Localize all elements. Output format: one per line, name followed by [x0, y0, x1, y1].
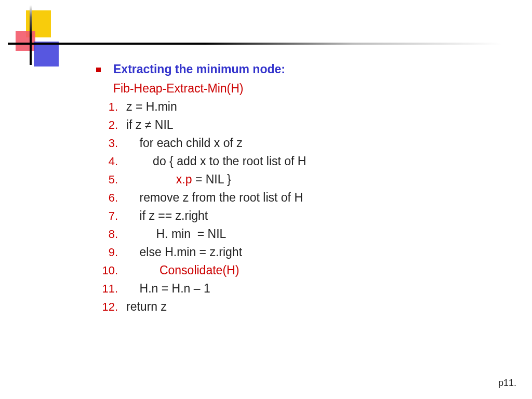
- subheading: Fib-Heap-Extract-Min(H): [113, 82, 460, 96]
- code-text: H. min = NIL: [126, 227, 226, 241]
- code-line-12: 12. return z: [96, 300, 460, 314]
- code-text: H.n = H.n – 1: [126, 282, 210, 296]
- seg: [126, 172, 176, 186]
- lineno: 7.: [96, 209, 126, 223]
- page-number: p11.: [498, 378, 516, 389]
- lineno: 3.: [96, 137, 126, 150]
- bullet-square-icon: [96, 68, 101, 72]
- code-text: else H.min = z.right: [126, 245, 242, 259]
- xp-keyword: x.p: [176, 172, 192, 186]
- code-line-2: 2. if z ≠ NIL: [96, 118, 460, 132]
- lineno: 2.: [96, 118, 126, 132]
- lineno: 10.: [96, 264, 126, 277]
- code-line-9: 9. else H.min = z.right: [96, 245, 460, 259]
- code-line-1: 1. z = H.min: [96, 100, 460, 114]
- code-line-10: 10. Consolidate(H): [96, 263, 460, 277]
- vertical-divider: [30, 5, 32, 65]
- lineno: 11.: [96, 282, 126, 296]
- code-text: x.p = NIL }: [126, 172, 231, 187]
- code-line-11: 11. H.n = H.n – 1: [96, 282, 460, 296]
- seg: NIL: [151, 118, 173, 131]
- lineno: 5.: [96, 173, 126, 187]
- slide-logo: [16, 10, 68, 68]
- seg: if z: [126, 118, 145, 131]
- code-line-8: 8. H. min = NIL: [96, 227, 460, 241]
- lineno: 6.: [96, 191, 126, 205]
- logo-blue-square: [34, 42, 59, 66]
- lineno: 12.: [96, 300, 126, 314]
- code-text: z = H.min: [126, 100, 177, 114]
- code-text: if z == z.right: [126, 209, 208, 223]
- lineno: 9.: [96, 246, 126, 259]
- code-text: for each child x of z: [126, 136, 243, 150]
- code-line-5: 5. x.p = NIL }: [96, 172, 460, 187]
- heading-text: Extracting the minimum node:: [113, 62, 285, 76]
- seg: = NIL }: [192, 172, 231, 186]
- code-line-3: 3. for each child x of z: [96, 136, 460, 150]
- consolidate-keyword: Consolidate(H): [159, 263, 239, 277]
- code-text: remove z from the root list of H: [126, 191, 303, 205]
- seg: [126, 263, 159, 277]
- lineno: 1.: [96, 100, 126, 114]
- slide-content: Extracting the minimum node: Fib-Heap-Ex…: [96, 62, 460, 318]
- code-text: return z: [126, 300, 167, 314]
- lineno: 8.: [96, 228, 126, 241]
- code-line-6: 6. remove z from the root list of H: [96, 191, 460, 205]
- logo-red-square: [16, 31, 35, 51]
- code-text: Consolidate(H): [126, 263, 239, 277]
- code-text: if z ≠ NIL: [126, 118, 174, 132]
- code-text: do { add x to the root list of H: [126, 154, 306, 168]
- horizontal-divider: [8, 43, 501, 45]
- neq-symbol: ≠: [145, 118, 152, 131]
- lineno: 4.: [96, 155, 126, 168]
- heading-row: Extracting the minimum node:: [96, 62, 460, 76]
- code-line-7: 7. if z == z.right: [96, 209, 460, 223]
- code-line-4: 4. do { add x to the root list of H: [96, 154, 460, 168]
